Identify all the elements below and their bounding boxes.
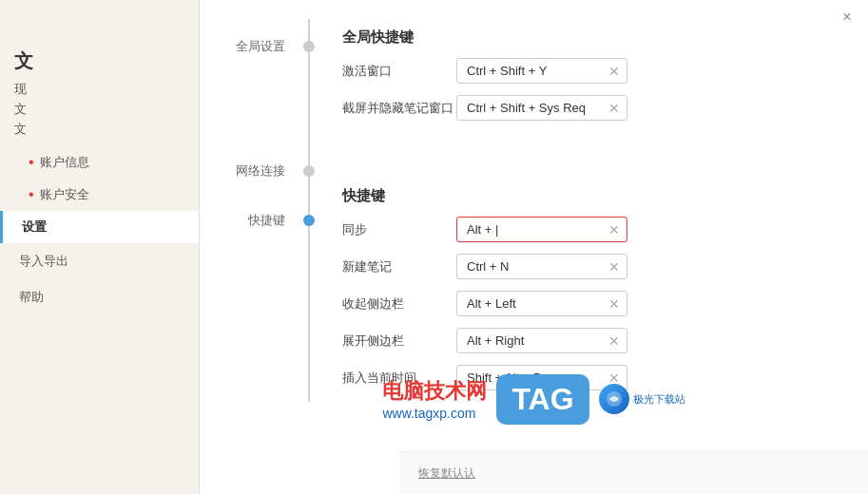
shortcuts-section-header: 快捷键 (342, 178, 849, 217)
new-note-input-wrap: ✕ (456, 254, 627, 279)
global-timeline-dot (303, 41, 315, 52)
settings-dialog: × 全局设置 网络连接 快捷键 (200, 0, 868, 494)
dialog-bottom-bar: 恢复默认认 (399, 451, 868, 494)
sidebar-text: 文 现 文 文 (0, 38, 199, 146)
restore-defaults-link[interactable]: 恢复默认认 (418, 466, 475, 482)
screenshot-input-wrap: ✕ (456, 95, 627, 121)
network-section-label: 网络连接 (236, 149, 285, 193)
insert-time-input[interactable] (456, 365, 627, 390)
insert-time-input-wrap: ✕ (456, 365, 627, 390)
activate-window-input[interactable] (456, 58, 627, 84)
expand-sidebar-clear-btn[interactable]: ✕ (608, 334, 620, 348)
content-column: 全局快捷键 激活窗口 ✕ 截屏并隐藏笔记窗口 ✕ (323, 19, 868, 402)
sidebar-item-account-info[interactable]: 账户信息 (0, 146, 199, 179)
account-security-label: 账户安全 (40, 186, 89, 203)
shortcut-row-new-note: 新建笔记 ✕ (342, 254, 849, 279)
expand-sidebar-input-wrap: ✕ (456, 328, 627, 353)
sync-label: 同步 (342, 221, 456, 238)
sidebar: 文 现 文 文 账户信息 账户安全 设置 导入导出 帮助 (0, 0, 200, 494)
network-timeline-dot (303, 165, 315, 177)
shortcut-row-activate: 激活窗口 ✕ (342, 58, 849, 84)
close-button[interactable]: × (838, 8, 857, 27)
import-export-label: 导入导出 (19, 254, 68, 268)
collapse-sidebar-label: 收起侧边栏 (342, 295, 456, 313)
shortcut-row-expand-sidebar: 展开侧边栏 ✕ (342, 328, 849, 353)
labels-column: 全局设置 网络连接 快捷键 (200, 19, 295, 402)
new-note-input[interactable] (456, 254, 627, 279)
screenshot-clear-btn[interactable]: ✕ (608, 102, 620, 115)
shortcut-row-sync: 同步 ✕ (342, 217, 849, 242)
dialog-body: 全局设置 网络连接 快捷键 (200, 0, 868, 421)
settings-label: 设置 (22, 219, 47, 234)
insert-time-clear-btn[interactable]: ✕ (608, 371, 620, 385)
activate-window-input-wrap: ✕ (456, 58, 627, 84)
sync-input[interactable] (456, 217, 627, 242)
expand-sidebar-label: 展开侧边栏 (342, 332, 456, 350)
screenshot-input[interactable] (456, 95, 627, 121)
sidebar-item-import-export[interactable]: 导入导出 (0, 243, 199, 279)
global-section-label: 全局设置 (236, 25, 285, 68)
new-note-clear-btn[interactable]: ✕ (608, 260, 620, 274)
shortcuts-section-label: 快捷键 (248, 199, 285, 242)
sidebar-item-help[interactable]: 帮助 (0, 279, 199, 315)
global-section: 全局快捷键 激活窗口 ✕ 截屏并隐藏笔记窗口 ✕ (342, 19, 849, 121)
expand-sidebar-input[interactable] (456, 328, 627, 353)
global-section-title: 全局快捷键 (342, 19, 849, 58)
shortcut-row-collapse-sidebar: 收起侧边栏 ✕ (342, 291, 849, 316)
sidebar-item-account-security[interactable]: 账户安全 (0, 179, 199, 211)
activate-window-clear-btn[interactable]: ✕ (608, 65, 620, 78)
activate-window-label: 激活窗口 (342, 63, 456, 80)
collapse-sidebar-input-wrap: ✕ (456, 291, 627, 316)
new-note-label: 新建笔记 (342, 258, 456, 276)
sidebar-item-settings[interactable]: 设置 (0, 211, 199, 243)
shortcuts-timeline-dot (303, 215, 315, 226)
sync-input-wrap: ✕ (456, 217, 627, 242)
screenshot-label: 截屏并隐藏笔记窗口 (342, 100, 456, 117)
account-info-label: 账户信息 (40, 154, 89, 171)
timeline-column (295, 19, 323, 402)
shortcut-row-insert-time: 插入当前时间 ✕ (342, 365, 849, 390)
shortcut-row-screenshot: 截屏并隐藏笔记窗口 ✕ (342, 95, 849, 121)
help-label: 帮助 (19, 290, 44, 304)
collapse-sidebar-clear-btn[interactable]: ✕ (608, 297, 620, 311)
insert-time-label: 插入当前时间 (342, 370, 456, 387)
sync-clear-btn[interactable]: ✕ (608, 223, 620, 237)
shortcuts-section-title: 快捷键 (342, 178, 849, 217)
collapse-sidebar-input[interactable] (456, 291, 627, 316)
